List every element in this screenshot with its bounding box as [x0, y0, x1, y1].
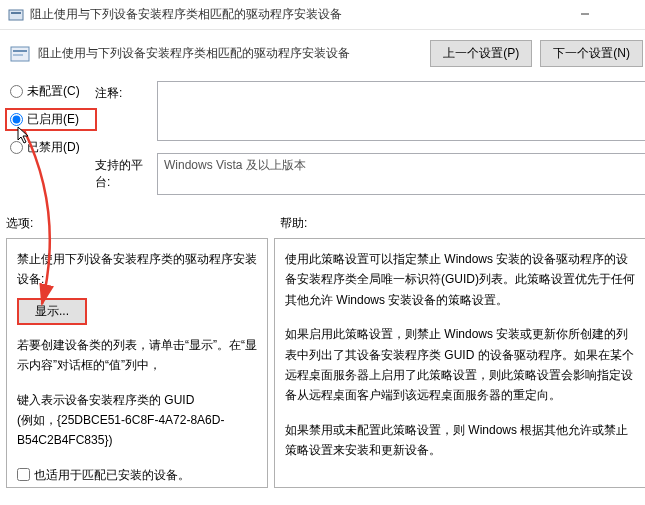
- platform-value: Windows Vista 及以上版本: [164, 158, 306, 172]
- platform-box: Windows Vista 及以上版本: [157, 153, 645, 195]
- svg-rect-1: [11, 12, 21, 14]
- next-setting-button[interactable]: 下一个设置(N): [540, 40, 643, 67]
- prev-setting-button[interactable]: 上一个设置(P): [430, 40, 532, 67]
- state-radios: 未配置(C) 已启用(E) 已禁用(D): [10, 81, 95, 195]
- checkbox-label: 也适用于匹配已安装的设备。: [34, 465, 190, 485]
- radio-enabled[interactable]: 已启用(E): [7, 110, 95, 129]
- svg-rect-0: [9, 10, 23, 20]
- help-p1: 使用此策略设置可以指定禁止 Windows 安装的设备驱动程序的设备安装程序类全…: [285, 249, 635, 310]
- comment-textarea[interactable]: [157, 81, 645, 141]
- radio-disabled[interactable]: 已禁用(D): [10, 139, 95, 156]
- options-label: 选项:: [6, 215, 280, 232]
- header-title: 阻止使用与下列设备安装程序类相匹配的驱动程序安装设备: [38, 45, 350, 62]
- radio-not-configured[interactable]: 未配置(C): [10, 83, 95, 100]
- header-row: 阻止使用与下列设备安装程序类相匹配的驱动程序安装设备 上一个设置(P) 下一个设…: [0, 30, 645, 77]
- options-text-3: 键入表示设备安装程序类的 GUID: [17, 390, 257, 410]
- options-text-4: (例如，{25DBCE51-6C8F-4A72-8A6D-B54C2B4FC83…: [17, 410, 257, 451]
- options-text-1: 禁止使用下列设备安装程序类的驱动程序安装设备:: [17, 249, 257, 290]
- section-labels: 选项: 帮助:: [0, 195, 645, 238]
- options-text-2: 若要创建设备类的列表，请单击“显示”。在“显示内容”对话框的“值”列中，: [17, 335, 257, 376]
- minimize-button[interactable]: [565, 0, 605, 28]
- platform-label: 支持的平台:: [95, 153, 157, 191]
- window-title: 阻止使用与下列设备安装程序类相匹配的驱动程序安装设备: [30, 6, 342, 23]
- help-panel: 使用此策略设置可以指定禁止 Windows 安装的设备驱动程序的设备安装程序类全…: [274, 238, 645, 488]
- titlebar: 阻止使用与下列设备安装程序类相匹配的驱动程序安装设备: [0, 0, 645, 30]
- show-button[interactable]: 显示...: [17, 298, 87, 325]
- app-icon: [8, 7, 24, 23]
- help-p3: 如果禁用或未配置此策略设置，则 Windows 根据其他允许或禁止策略设置来安装…: [285, 420, 635, 461]
- help-p2: 如果启用此策略设置，则禁止 Windows 安装或更新你所创建的列表中列出了其设…: [285, 324, 635, 406]
- svg-rect-5: [13, 54, 23, 56]
- policy-icon: [10, 44, 30, 64]
- radio-label: 未配置(C): [27, 83, 80, 100]
- options-panel: 禁止使用下列设备安装程序类的驱动程序安装设备: 显示... 若要创建设备类的列表…: [6, 238, 268, 488]
- svg-rect-4: [13, 50, 27, 52]
- comment-label: 注释:: [95, 81, 157, 102]
- radio-label: 已启用(E): [27, 111, 79, 128]
- help-label: 帮助:: [280, 215, 307, 232]
- radio-label: 已禁用(D): [27, 139, 80, 156]
- apply-installed-checkbox[interactable]: 也适用于匹配已安装的设备。: [17, 465, 257, 485]
